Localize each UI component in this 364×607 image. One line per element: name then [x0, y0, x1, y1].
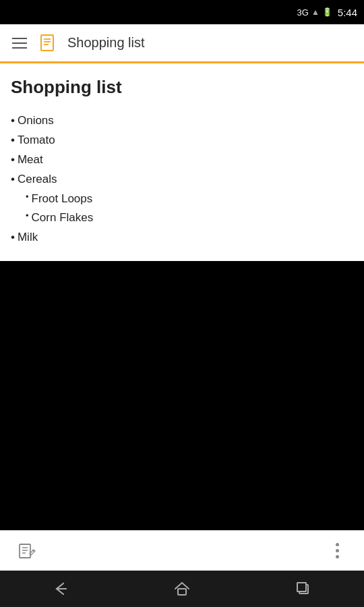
- home-button[interactable]: [162, 575, 202, 602]
- more-dot-1: [336, 543, 339, 546]
- list-item: •Tomato: [11, 131, 353, 150]
- svg-rect-11: [297, 583, 306, 591]
- item-text: Tomato: [18, 131, 55, 150]
- nav-bar: [0, 571, 364, 607]
- list-item: •Corn Flakes: [11, 208, 353, 228]
- bullet: •: [11, 170, 15, 190]
- bullet: •: [11, 131, 15, 150]
- back-button[interactable]: [40, 575, 81, 602]
- edit-button[interactable]: [13, 538, 40, 565]
- bottom-toolbar: [0, 530, 364, 571]
- svg-rect-9: [178, 589, 186, 595]
- more-dot-2: [336, 549, 339, 552]
- item-text: Onions: [18, 111, 54, 131]
- more-dot-3: [336, 555, 339, 558]
- bullet: •: [26, 208, 29, 223]
- list-item: •Meat: [11, 150, 353, 170]
- more-options-button[interactable]: [324, 538, 351, 565]
- list-item: •Milk: [11, 228, 353, 248]
- main-content: Shopping list •Onions•Tomato•Meat•Cereal…: [0, 63, 364, 261]
- item-text: Froot Loops: [32, 190, 93, 209]
- app-bar-title: Shopping list: [67, 35, 355, 51]
- status-bar: 3G ▲ 🔋 5:44: [0, 0, 364, 24]
- item-text: Cereals: [18, 170, 57, 190]
- svg-rect-0: [41, 35, 53, 51]
- shopping-list: •Onions•Tomato•Meat•Cereals•Froot Loops•…: [11, 111, 353, 248]
- app-bar-note-icon: [39, 34, 58, 53]
- page-title: Shopping list: [11, 77, 353, 98]
- svg-rect-4: [20, 544, 30, 558]
- bullet: •: [11, 228, 15, 248]
- list-item: •Cereals: [11, 170, 353, 190]
- bullet: •: [11, 150, 15, 170]
- time-display: 5:44: [338, 7, 357, 18]
- item-text: Milk: [18, 228, 38, 248]
- signal-icon: ▲: [311, 7, 320, 17]
- list-item: •Onions: [11, 111, 353, 131]
- app-bar: Shopping list: [0, 24, 364, 63]
- item-text: Meat: [18, 150, 43, 170]
- bullet: •: [11, 111, 15, 131]
- item-text: Corn Flakes: [32, 208, 94, 228]
- network-indicator: 3G: [297, 7, 309, 18]
- list-item: •Froot Loops: [11, 190, 353, 209]
- battery-icon: 🔋: [322, 7, 332, 17]
- recents-button[interactable]: [283, 575, 324, 602]
- bullet: •: [26, 190, 29, 204]
- hamburger-menu-button[interactable]: [9, 35, 30, 51]
